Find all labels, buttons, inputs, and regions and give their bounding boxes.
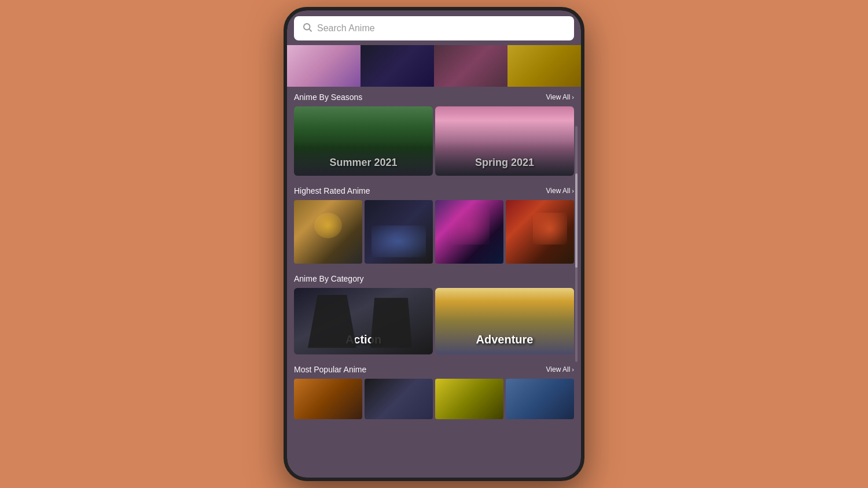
adventure-chars [435, 288, 574, 354]
popular-card-2[interactable] [365, 379, 433, 419]
card-glow [449, 206, 490, 245]
popular-card-3[interactable] [435, 379, 503, 419]
seasons-section: Anime By Seasons View All › Summer 2021 … [287, 87, 581, 180]
category-section: Anime By Category Action Adventure [287, 268, 581, 359]
figure-left [308, 295, 356, 348]
popular-card-4[interactable] [506, 379, 574, 419]
highest-rated-title: Highest Rated Anime [294, 186, 370, 195]
most-popular-grid [287, 379, 581, 422]
most-popular-title: Most Popular Anime [294, 365, 366, 374]
card-glow [314, 213, 341, 238]
search-placeholder: Search Anime [317, 23, 375, 34]
highest-rated-grid [287, 200, 581, 268]
chevron-right-icon-2: › [572, 187, 574, 194]
search-icon [302, 22, 312, 35]
most-popular-section: Most Popular Anime View All › [287, 359, 581, 422]
category-action-card[interactable]: Action [294, 288, 433, 354]
most-popular-view-all[interactable]: View All › [546, 365, 574, 374]
phone-device: Search Anime Anime By Seasons View All ›… [284, 7, 584, 481]
figure-right [370, 298, 412, 347]
highest-rated-view-all[interactable]: View All › [546, 187, 574, 195]
highest-rated-section: Highest Rated Anime View All › [287, 180, 581, 268]
action-figures [294, 288, 433, 354]
banner-segment-1 [287, 45, 361, 87]
season-card-summer[interactable]: Summer 2021 [294, 106, 433, 176]
banner-segment-3 [434, 45, 507, 87]
category-title: Anime By Category [294, 274, 364, 283]
svg-line-1 [309, 29, 311, 31]
road-overlay-spring [435, 141, 574, 176]
category-adventure-card[interactable]: Adventure [435, 288, 574, 354]
svg-point-0 [304, 24, 310, 30]
chevron-right-icon: › [572, 94, 574, 101]
search-bar[interactable]: Search Anime [294, 16, 574, 40]
app-screen: Search Anime Anime By Seasons View All ›… [287, 10, 581, 478]
scroll-thumb [575, 173, 578, 268]
category-header: Anime By Category [287, 268, 581, 288]
category-grid: Action Adventure [287, 288, 581, 359]
banner-segment-4 [507, 45, 581, 87]
seasons-header: Anime By Seasons View All › [287, 87, 581, 106]
anime-card-ds1[interactable] [365, 200, 433, 264]
road-overlay [294, 141, 433, 176]
chevron-right-icon-3: › [572, 366, 574, 373]
card-glow [372, 225, 426, 257]
anime-card-ds3[interactable] [506, 200, 574, 264]
highest-rated-header: Highest Rated Anime View All › [287, 180, 581, 200]
seasons-grid: Summer 2021 Spring 2021 [287, 106, 581, 180]
popular-card-1[interactable] [294, 379, 362, 419]
anime-card-aot[interactable] [294, 200, 362, 264]
seasons-title: Anime By Seasons [294, 93, 362, 102]
season-card-spring[interactable]: Spring 2021 [435, 106, 574, 176]
most-popular-header: Most Popular Anime View All › [287, 359, 581, 379]
banner-segment-2 [361, 45, 434, 87]
card-glow [533, 213, 567, 245]
scroll-indicator [575, 126, 578, 362]
top-banner-strip [287, 45, 581, 87]
seasons-view-all[interactable]: View All › [546, 93, 574, 101]
anime-card-ds2[interactable] [435, 200, 503, 264]
